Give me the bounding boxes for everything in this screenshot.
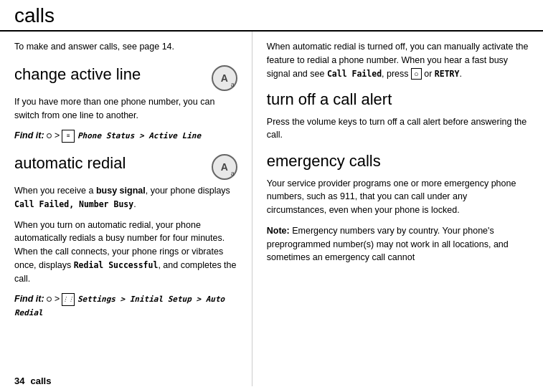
find-it-arrow-2: > — [55, 294, 62, 304]
phone-status-text: Phone Status > Active Line — [77, 131, 201, 140]
section4-body: Your service provider programs one or mo… — [267, 177, 529, 217]
nav-dot-2 — [47, 297, 52, 302]
section1-path: Phone Status > Active Line — [77, 131, 201, 140]
section2-find-it: Find it: > ⋮⋮ Settings > Initial Setup >… — [14, 292, 237, 320]
find-it-label-2: Find it: — [14, 294, 44, 304]
right-intro: When automatic redial is turned off, you… — [267, 40, 529, 80]
page-header: calls — [0, 0, 543, 32]
right-intro-code: Call Failed — [327, 69, 382, 79]
section4-heading: emergency calls — [267, 152, 529, 171]
page-number: 34 — [14, 376, 24, 386]
menu-icon-2: ⋮⋮ — [62, 293, 75, 306]
nav-dot-1 — [47, 133, 52, 138]
body1-code: Call Failed, Number Busy — [14, 199, 133, 209]
note-label: Note: — [267, 226, 290, 236]
section2-path: Settings > Initial Setup > Auto Redial — [14, 295, 225, 317]
section-emergency-calls: emergency calls Your service provider pr… — [267, 152, 529, 264]
section-automatic-redial: automatic redial a When you receive a bu… — [14, 153, 237, 320]
right-intro-end3: . — [459, 69, 461, 79]
body1-end: . — [133, 199, 136, 209]
body1-suffix: , your phone displays — [146, 186, 230, 196]
section4-note: Note: Emergency numbers vary by country.… — [267, 224, 529, 264]
key-icon: ○ — [411, 68, 422, 80]
section1-body: If you have more than one phone number, … — [14, 95, 237, 123]
body1-bold: busy signal — [96, 186, 146, 196]
page-footer: 34 calls — [14, 376, 51, 386]
section2-body1: When you receive a busy signal, your pho… — [14, 184, 237, 211]
section2-icon: a — [212, 154, 237, 180]
body2-code: Redial Successful — [74, 260, 159, 270]
menu-icon-1: ≡ — [62, 130, 75, 143]
section2-heading-row: automatic redial a — [14, 153, 237, 180]
find-it-label-1: Find it: — [14, 130, 44, 140]
section2-heading: automatic redial — [14, 154, 126, 173]
icon2-sub-letter: a — [231, 170, 235, 177]
section3-body: Press the volume keys to turn off a call… — [267, 115, 529, 143]
note-body: Emergency numbers vary by country. Your … — [267, 226, 509, 263]
section1-find-it: Find it: > ≡ Phone Status > Active Line — [14, 129, 237, 143]
section3-heading: turn off a call alert — [267, 90, 529, 109]
right-column: When automatic redial is turned off, you… — [252, 32, 529, 386]
section2-body2: When you turn on automatic redial, your … — [14, 219, 237, 286]
right-retry: RETRY — [435, 69, 460, 79]
footer-label: calls — [30, 376, 51, 386]
right-intro-end2: or — [422, 69, 435, 79]
page-title: calls — [14, 4, 529, 27]
find-it-arrow-1: > — [55, 130, 62, 140]
left-column: To make and answer calls, see page 14. c… — [14, 32, 252, 386]
body1-prefix: When you receive a — [14, 186, 96, 196]
icon-sub-letter: a — [231, 81, 235, 88]
section2-path-text: Settings > Initial Setup > Auto Redial — [14, 295, 225, 317]
section1-icon: a — [212, 65, 237, 91]
content-area: To make and answer calls, see page 14. c… — [0, 32, 543, 386]
section1-heading-row: change active line a — [14, 64, 237, 91]
section-call-alert: turn off a call alert Press the volume k… — [267, 90, 529, 142]
page-container: calls To make and answer calls, see page… — [0, 0, 543, 392]
intro-text: To make and answer calls, see page 14. — [14, 40, 237, 54]
section-change-active-line: change active line a If you have more th… — [14, 64, 237, 143]
right-intro-end1: , press — [382, 69, 411, 79]
section1-heading: change active line — [14, 65, 141, 84]
